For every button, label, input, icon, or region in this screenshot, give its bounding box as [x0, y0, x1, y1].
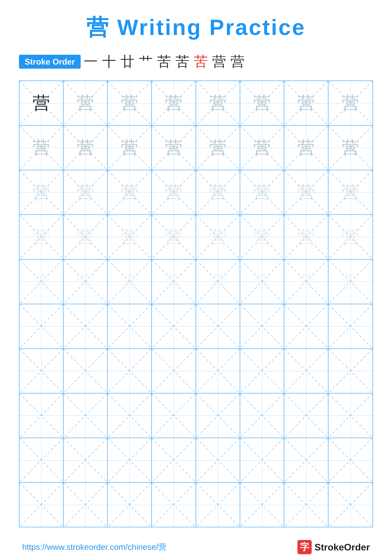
- grid-cell[interactable]: [196, 438, 240, 482]
- grid-cell[interactable]: 营: [152, 81, 196, 125]
- grid-cell[interactable]: [196, 304, 240, 348]
- grid-cell[interactable]: 营: [284, 215, 328, 259]
- grid-cell[interactable]: 营: [240, 215, 284, 259]
- grid-cell[interactable]: 营: [64, 81, 108, 125]
- grid-row-4: 营 营 营 营: [20, 215, 372, 259]
- grid-cell[interactable]: 营: [328, 81, 372, 125]
- grid-cell[interactable]: [20, 304, 64, 348]
- grid-cell[interactable]: 营: [284, 170, 328, 214]
- svg-line-78: [328, 260, 372, 304]
- grid-cell[interactable]: [328, 304, 372, 348]
- grid-cell[interactable]: 营: [240, 126, 284, 170]
- grid-cell[interactable]: [108, 394, 152, 438]
- grid-cell[interactable]: 营: [20, 260, 64, 304]
- grid-cell[interactable]: 营: [152, 260, 196, 304]
- svg-line-11: [240, 81, 284, 125]
- grid-row-6: [20, 304, 372, 349]
- grid-cell[interactable]: [152, 438, 196, 482]
- grid-cell[interactable]: [284, 304, 328, 348]
- svg-line-62: [328, 215, 372, 259]
- grid-cell[interactable]: 营: [284, 81, 328, 125]
- grid-cell[interactable]: 营: [108, 260, 152, 304]
- svg-line-121: [196, 394, 240, 438]
- grid-cell[interactable]: 营: [196, 170, 240, 214]
- grid-cell[interactable]: [20, 438, 64, 482]
- grid-cell[interactable]: 营: [64, 215, 108, 259]
- grid-cell[interactable]: [328, 349, 372, 393]
- grid-cell[interactable]: [152, 349, 196, 393]
- stroke-order-badge: Stroke Order: [19, 55, 81, 69]
- grid-cell[interactable]: 营: [108, 215, 152, 259]
- grid-cell[interactable]: 营: [20, 170, 64, 214]
- grid-cell[interactable]: 营: [64, 260, 108, 304]
- grid-cell[interactable]: 营: [196, 215, 240, 259]
- grid-cell[interactable]: 营: [108, 126, 152, 170]
- grid-cell[interactable]: 营: [240, 260, 284, 304]
- grid-cell[interactable]: [108, 438, 152, 482]
- grid-cell[interactable]: [196, 394, 240, 438]
- grid-row-9: [20, 438, 372, 483]
- grid-cell[interactable]: 营: [20, 126, 64, 170]
- grid-cell[interactable]: [108, 304, 152, 348]
- grid-cell[interactable]: [64, 349, 108, 393]
- grid-cell[interactable]: 营: [64, 126, 108, 170]
- grid-cell[interactable]: [64, 304, 108, 348]
- grid-cell[interactable]: [328, 483, 372, 527]
- grid-cell[interactable]: 营: [284, 126, 328, 170]
- grid-cell[interactable]: [284, 438, 328, 482]
- grid-cell[interactable]: 营: [108, 170, 152, 214]
- grid-cell[interactable]: [196, 349, 240, 393]
- grid-cell[interactable]: [240, 304, 284, 348]
- grid-cell[interactable]: [240, 394, 284, 438]
- svg-line-14: [328, 81, 372, 125]
- grid-cell[interactable]: [20, 394, 64, 438]
- grid-cell[interactable]: 营: [240, 81, 284, 125]
- grid-cell[interactable]: 营: [196, 126, 240, 170]
- grid-cell[interactable]: 营: [240, 170, 284, 214]
- grid-cell[interactable]: [20, 483, 64, 527]
- grid-cell[interactable]: 营: [152, 170, 196, 214]
- grid-cell[interactable]: [240, 349, 284, 393]
- footer-logo-icon: 字: [297, 540, 312, 554]
- grid-cell[interactable]: [152, 304, 196, 348]
- stroke-char-6: 苦: [176, 52, 189, 71]
- stroke-char-2: 十: [102, 52, 116, 71]
- svg-line-143: [328, 438, 372, 482]
- grid-cell[interactable]: 营: [196, 260, 240, 304]
- grid-cell[interactable]: [284, 483, 328, 527]
- grid-cell[interactable]: [284, 394, 328, 438]
- grid-cell[interactable]: [64, 394, 108, 438]
- grid-cell[interactable]: [240, 438, 284, 482]
- grid-cell[interactable]: [64, 483, 108, 527]
- grid-cell[interactable]: 营: [284, 260, 328, 304]
- grid-cell[interactable]: [328, 438, 372, 482]
- grid-cell[interactable]: [328, 394, 372, 438]
- grid-cell[interactable]: 营: [152, 126, 196, 170]
- svg-line-125: [284, 394, 328, 438]
- grid-cell[interactable]: [152, 394, 196, 438]
- svg-line-92: [284, 304, 328, 348]
- grid-cell[interactable]: 营: [328, 170, 372, 214]
- grid-cell[interactable]: 营: [20, 81, 64, 125]
- grid-cell[interactable]: [152, 483, 196, 527]
- grid-cell[interactable]: 营: [20, 215, 64, 259]
- grid-cell[interactable]: 营: [64, 170, 108, 214]
- grid-cell[interactable]: [20, 349, 64, 393]
- grid-cell[interactable]: [240, 483, 284, 527]
- grid-cell[interactable]: [108, 349, 152, 393]
- grid-cell[interactable]: [284, 349, 328, 393]
- svg-line-95: [328, 304, 372, 348]
- grid-cell[interactable]: 营: [328, 126, 372, 170]
- grid-cell[interactable]: 营: [328, 215, 372, 259]
- grid-cell[interactable]: [108, 483, 152, 527]
- grid-cell[interactable]: 营: [152, 215, 196, 259]
- svg-line-65: [20, 260, 63, 304]
- grid-cell[interactable]: 营: [108, 81, 152, 125]
- grid-cell[interactable]: 营: [196, 81, 240, 125]
- grid-cell[interactable]: [196, 483, 240, 527]
- svg-line-129: [20, 438, 63, 482]
- svg-line-29: [284, 126, 328, 170]
- grid-cell[interactable]: [64, 438, 108, 482]
- grid-cell[interactable]: 营: [328, 260, 372, 304]
- footer-url-link[interactable]: https://www.strokeorder.com/chinese/营: [22, 541, 166, 553]
